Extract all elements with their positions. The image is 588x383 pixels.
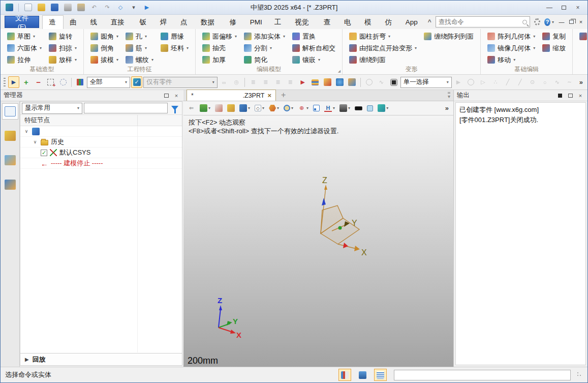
replay-expander[interactable]: ▶ 回放 — [20, 353, 182, 365]
collapse-ribbon-icon[interactable]: ^ — [428, 18, 431, 25]
doc-minimize-button[interactable]: — — [557, 18, 566, 26]
tree-row[interactable]: ✓默认CSYS — [20, 148, 182, 158]
menu-tab-2[interactable]: 曲面 — [64, 16, 84, 29]
ribbon-button-loft[interactable]: 放样▾ — [46, 54, 79, 66]
exit-environment-icon[interactable]: ⇐ — [186, 102, 197, 114]
surface-display-icon[interactable]: ▾ — [376, 102, 390, 114]
checkbox[interactable]: ✓ — [41, 150, 47, 156]
ribbon-button-sketch[interactable]: 草图▾ — [5, 31, 44, 42]
print-icon[interactable] — [62, 3, 73, 13]
background-color-icon[interactable] — [353, 102, 364, 114]
ribbon-button-replace[interactable]: 置换 — [290, 31, 338, 42]
settings-gear-icon[interactable] — [534, 18, 540, 25]
menu-tab-17[interactable]: App — [399, 16, 424, 29]
add-selection-icon[interactable]: + — [20, 76, 32, 88]
ribbon-button-deform-by-point[interactable]: 由指定点开始变形▾ — [347, 42, 419, 54]
status-input[interactable] — [394, 370, 571, 380]
expander-icon[interactable]: ∨ — [23, 129, 29, 134]
menu-tab-15[interactable]: 模具 — [358, 16, 379, 29]
shaded-display-icon[interactable]: ▾ — [238, 102, 252, 114]
solid-manager-icon[interactable] — [2, 128, 18, 144]
menu-tab-1[interactable]: 造型 — [42, 15, 64, 29]
regen-icon[interactable]: ◇ — [115, 3, 126, 13]
play-icon[interactable]: ▶ — [141, 3, 152, 13]
help-icon[interactable]: ? — [544, 18, 550, 26]
app-logo-icon[interactable] — [4, 3, 15, 13]
qat-dropdown-icon[interactable]: ▾ — [128, 3, 139, 13]
canvas-color-icon[interactable] — [365, 102, 375, 114]
ribbon-button-move[interactable]: 移动▾ — [485, 54, 538, 66]
ribbon-button-thread[interactable]: 螺纹▾ — [123, 54, 156, 66]
tab-list-icon[interactable]: ▾ — [448, 92, 450, 99]
ribbon-button-divide[interactable]: 分割▾ — [241, 42, 288, 54]
tree-search-input[interactable] — [84, 103, 168, 113]
zoom-window-icon[interactable] — [312, 102, 321, 114]
ribbon-button-wrap-pattern-to-face[interactable]: 缠绕阵列到面 — [421, 31, 476, 42]
resize-grip[interactable] — [577, 372, 583, 378]
visual-manager-icon[interactable] — [2, 152, 18, 168]
new-tab-button[interactable]: + — [281, 91, 286, 100]
csys-display-icon[interactable] — [226, 102, 236, 114]
menu-tab-14[interactable]: 电极 — [338, 16, 358, 29]
doc-restore-button[interactable] — [567, 18, 576, 26]
zoom-display-icon[interactable]: ▾ — [282, 102, 295, 114]
ribbon-button-face-offset[interactable]: 面偏移▾ — [200, 31, 239, 42]
menu-tab-7[interactable]: 点云 — [174, 16, 195, 29]
toolbar-overflow-icon[interactable]: » — [576, 78, 586, 86]
popup-toolbar-icon[interactable] — [338, 369, 351, 381]
menu-tab-5[interactable]: 钣金 — [133, 16, 153, 29]
tree-row[interactable]: ∨ — [20, 126, 182, 137]
viewport-overflow-icon[interactable]: » — [442, 104, 452, 112]
ribbon-button-datum-plane[interactable]: 基准面▾ — [577, 31, 588, 42]
tree-row[interactable]: ∨历史 — [20, 137, 182, 148]
menu-tab-12[interactable]: 视觉样式 — [289, 16, 318, 29]
menu-tab-13[interactable]: 查询 — [318, 16, 338, 29]
entity-filter-combo[interactable]: 全部▾ — [87, 77, 130, 88]
ribbon-button-scale[interactable]: 缩放 — [540, 42, 568, 54]
tree-column-header[interactable]: 特征节点 — [20, 115, 182, 126]
search-input[interactable] — [439, 18, 520, 25]
undo-icon[interactable]: ↶ — [88, 3, 100, 13]
layer-manager-icon[interactable]: ▾ — [198, 102, 212, 114]
save-icon[interactable] — [49, 3, 60, 13]
ribbon-button-thicken[interactable]: 加厚 — [200, 54, 239, 66]
viewport-canvas[interactable]: 按下<F2> 动态观察 <F8>或者<Shift-roll> 查找下一个有效的过… — [183, 116, 454, 367]
filter-funnel-icon[interactable] — [171, 106, 178, 110]
file-browser-icon[interactable] — [322, 76, 333, 88]
ribbon-button-fillet[interactable]: 圆角▾ — [88, 31, 121, 42]
minimize-button[interactable]: — — [543, 3, 556, 12]
ribbon-button-stock[interactable]: 坯料▾ — [158, 42, 191, 54]
menu-tab-4[interactable]: 直接编辑 — [105, 16, 134, 29]
tab-close-icon[interactable]: × — [267, 92, 271, 99]
toolbar-grip[interactable] — [4, 78, 6, 87]
ribbon-button-mirror-geometry[interactable]: 镜像几何体▾ — [485, 42, 538, 54]
maximize-button[interactable] — [557, 3, 570, 12]
redo-icon[interactable]: ↷ — [102, 3, 113, 13]
ribbon-button-lip[interactable]: 唇缘 — [158, 31, 191, 42]
ribbon-button-resolve-self-intersection[interactable]: 解析自相交 — [290, 42, 338, 54]
ribbon-button-extrude[interactable]: 拉伸 — [5, 54, 44, 66]
ribbon-button-shell[interactable]: 抽壳 — [200, 42, 239, 54]
doc-close-button[interactable]: × — [576, 18, 585, 26]
output-restore-button[interactable] — [566, 92, 574, 99]
assistant-icon[interactable] — [347, 76, 358, 88]
menu-tab-8[interactable]: 数据交换 — [195, 16, 224, 29]
web-resource-icon[interactable] — [334, 76, 345, 88]
ribbon-button-emboss[interactable]: 镶嵌▾ — [290, 54, 338, 66]
ribbon-button-hole[interactable]: 孔▾ — [123, 31, 156, 42]
layer-list-icon[interactable] — [310, 76, 321, 88]
manager-restore-button[interactable] — [162, 92, 170, 99]
tree-row[interactable]: ←----- 建模停止 ----- — [20, 158, 182, 169]
menu-tab-6[interactable]: 焊件 — [153, 16, 174, 29]
output-close-button[interactable]: × — [576, 92, 584, 99]
selection-mode-combo[interactable]: 单一选择▾ — [400, 77, 452, 88]
ribbon-button-rib[interactable]: 筋▾ — [123, 42, 156, 54]
remove-selection-icon[interactable]: − — [33, 76, 44, 88]
document-tab[interactable]: * .Z3PRT × — [187, 90, 276, 101]
default-csys-triad[interactable]: Z Y X — [305, 174, 392, 263]
menu-tab-9[interactable]: 修复 — [224, 16, 244, 29]
multicolor-display-icon[interactable]: ▾ — [267, 102, 281, 114]
open-folder-icon[interactable] — [36, 3, 47, 13]
help-dropdown-icon[interactable]: ▾ — [552, 20, 554, 24]
pick-filter-icon[interactable]: ▶ — [8, 76, 19, 88]
